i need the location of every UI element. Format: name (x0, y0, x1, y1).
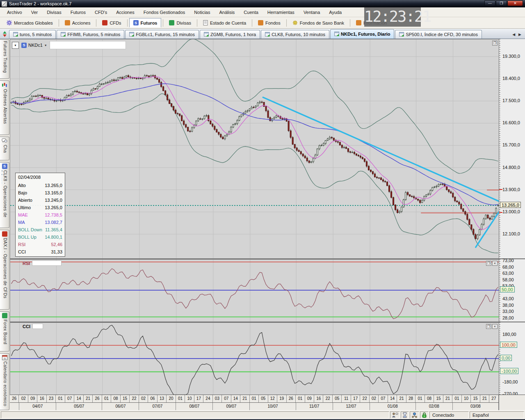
candlestick-chart[interactable] (10, 39, 499, 259)
tab-clk8-futuros-10-minutos[interactable]: CLK8, Futuros, 10 minutos (261, 30, 329, 39)
rsi-restore-button[interactable]: ❐ (486, 261, 491, 266)
menu-item-divisas[interactable]: Divisas (42, 8, 66, 16)
person-chat-icon[interactable] (390, 411, 400, 418)
day-tick: 07 (65, 395, 74, 402)
day-tick: 21 (240, 395, 249, 402)
day-tick: 12 (268, 395, 277, 402)
menu-item-cfd-s[interactable]: CFD's (90, 8, 112, 16)
menu-item-futuros[interactable]: Futuros (66, 8, 90, 16)
s-icon: S (133, 20, 139, 25)
candles-icon (2, 82, 7, 88)
day-tick: 06 (148, 395, 157, 402)
sidebar-item-cha[interactable]: Cha (0, 137, 9, 160)
symbol-selector[interactable]: S NKDc1 ▼ (21, 43, 47, 48)
menu-item-acciones[interactable]: Acciones (112, 8, 139, 16)
menu-item-ver[interactable]: Ver (27, 8, 43, 16)
toolbar-button-mercados-globales[interactable]: Mercados Globales (2, 18, 57, 27)
toolbar-button-cfds[interactable]: CFDs (98, 18, 125, 27)
chart-window-icon (399, 32, 404, 37)
menu-item-ventana[interactable]: Ventana (299, 8, 324, 16)
tooltip-row-value: 52,46 (51, 241, 62, 248)
month-label: 09/07 (213, 403, 250, 410)
clock: 12:23:21 (364, 7, 421, 27)
rsi-axis-label: 63,00 (502, 271, 514, 276)
time-axis: 2602091623010714212601081522020613200110… (10, 395, 499, 410)
doc-icon (258, 20, 263, 25)
cci-plot[interactable] (10, 323, 499, 395)
cci-close-button[interactable]: × (492, 324, 498, 329)
cci-level-marker: -100,00 (500, 368, 518, 374)
doc-icon (102, 20, 107, 25)
scroll-right-icon[interactable]: ▶ (517, 32, 523, 37)
tab-nkdc1-futuros-diario[interactable]: NKDc1, Futuros, Diario (330, 29, 394, 39)
price-alert-mark (499, 189, 502, 190)
toolbar-button-divisas[interactable]: Divisas (165, 18, 195, 27)
tooltip-row: RSI52,46 (16, 241, 65, 248)
day-tick: 02 (370, 395, 379, 402)
cci-axis-label: 180,00 (502, 332, 516, 337)
tooltip-row: MA13.082,7 (16, 219, 65, 226)
sidebar-item-dax-i-operaciones-de-cfds[interactable]: DAX.I - Operaciones de CFDs (0, 230, 9, 310)
tab-zgm8-futuros-1-hora[interactable]: ZGM8, Futuros, 1 hora (200, 30, 260, 39)
network-icon[interactable] (410, 411, 419, 418)
toolbar-button-label: Futuros (141, 21, 158, 25)
tab-bar: turos, 5 minutosFFIM8, Futuros, 5 minuto… (0, 29, 525, 39)
rsi-plot[interactable] (10, 260, 499, 322)
tooltip-row-label: Abierto (18, 197, 32, 203)
sidebar-item-futures-trading[interactable]: Futures Trading (0, 39, 9, 79)
rsi-input[interactable] (32, 260, 62, 266)
sort-arrows-icon[interactable] (0, 30, 9, 39)
lock-icon[interactable] (420, 411, 429, 418)
chart-dropdown-button[interactable]: ▼ (12, 42, 19, 49)
day-tick: 21 (480, 395, 489, 402)
toolbar-button-estado-de-cuenta[interactable]: Estado de Cuenta (199, 18, 250, 27)
sidebar-item-clk8-operaciones-de-futuros[interactable]: SCLK8 - Operaciones de futuros (0, 162, 9, 228)
tab-sp500-i-ndice-de-cfd-30-minutos[interactable]: SP500.I, Índice de CFD, 30 minutos (395, 30, 482, 39)
tab-ffim8-futuros-5-minutos[interactable]: FFIM8, Futuros, 5 minutos (57, 30, 124, 39)
menu-item-archivo[interactable]: Archivo (2, 8, 27, 16)
rsi-pane[interactable]: RSI ❐ × (10, 259, 499, 322)
pane-restore-button[interactable]: ❐ (492, 41, 498, 46)
month-label: 12/07 (333, 403, 370, 410)
toolbar-button-acciones[interactable]: Acciones (61, 18, 95, 27)
tab-label: SP500.I, Índice de CFD, 30 minutos (406, 31, 477, 39)
cci-axis: 180,00-180,00-270,00100,000,00-100,00 (499, 322, 525, 395)
calendar-icon: 31 (2, 355, 7, 360)
menu-item-herramientas[interactable]: Herramientas (263, 8, 299, 16)
menu-item-an-lisis[interactable]: Análisis (215, 8, 239, 16)
gear-icon (7, 20, 12, 25)
scroll-left-icon[interactable]: ◀ (511, 32, 516, 37)
menu-item-cuenta[interactable]: Cuenta (239, 8, 262, 16)
toolbar-separator (286, 19, 287, 27)
cci-restore-button[interactable]: ❐ (486, 324, 491, 329)
tab-turos-5-minutos[interactable]: turos, 5 minutos (9, 30, 56, 39)
hourglass-icon[interactable] (401, 411, 409, 418)
cci-pane[interactable]: CCI ❐ × (10, 322, 499, 395)
tab-fgblc1-futuros-15-minutos[interactable]: FGBLc1, Futuros, 15 minutos (125, 30, 199, 39)
sidebar-item-calendario-econ-mico[interactable]: 31Calendario económico (0, 353, 9, 410)
app-logo-icon (2, 1, 7, 7)
tooltip-row-label: Bajo (18, 189, 27, 196)
s-icon: S (21, 43, 27, 48)
price-axis-label: 14.800,0 (502, 165, 520, 170)
rsi-axis-label: 73,00 (502, 258, 514, 263)
sidebar-item-forex-board[interactable]: Forex Board (0, 311, 9, 352)
symbol-input[interactable] (50, 41, 126, 49)
cci-input[interactable] (32, 324, 43, 329)
toolbar-button-fondos-de-saxo-bank[interactable]: Fondos de Saxo Bank (288, 18, 348, 27)
toolbar-button-fondos[interactable]: Fondos (254, 18, 285, 27)
minimize-button[interactable]: — (484, 0, 495, 6)
restore-button[interactable]: ❐ (496, 0, 507, 6)
sidebar-item-ordenes-abiertas[interactable]: Ordenes Abiertas (0, 80, 9, 135)
price-alert-mark (499, 212, 502, 213)
menu-item-fondos-gestionados[interactable]: Fondos Gestionados (139, 8, 190, 16)
page-icon (203, 20, 208, 25)
price-chart-pane[interactable]: ▼ S NKDc1 ▼ ❐ 02/04/2008 Alto13.265,0Baj… (10, 39, 499, 258)
menu-item-noticias[interactable]: Noticias (189, 8, 215, 16)
rsi-close-button[interactable]: × (492, 261, 498, 266)
close-button[interactable]: ✕ (507, 0, 523, 6)
day-tick: 26 (10, 395, 19, 402)
toolbar-button-futuros[interactable]: SFuturos (129, 18, 162, 27)
menu-item-ayuda[interactable]: Ayuda (324, 8, 346, 16)
cci-level-marker: 0,00 (500, 355, 512, 361)
